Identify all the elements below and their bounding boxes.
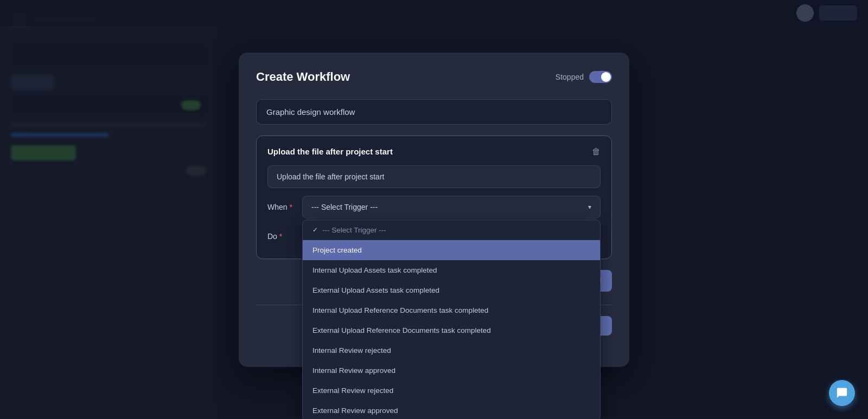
dropdown-item-label: External Upload Assets task completed	[312, 286, 439, 294]
trigger-dropdown: ✓ --- Select Trigger --- Project created…	[302, 220, 601, 420]
dropdown-item-label: --- Select Trigger ---	[322, 226, 386, 234]
status-label: Stopped	[556, 73, 584, 81]
dropdown-item-internal-review-rejected[interactable]: Internal Review rejected	[303, 340, 600, 360]
action-card: Upload the file after project start 🗑 Wh…	[256, 136, 612, 259]
action-card-header: Upload the file after project start 🗑	[267, 147, 601, 157]
dropdown-item-label: Internal Review rejected	[312, 346, 391, 354]
dropdown-item-label: Internal Review approved	[312, 366, 395, 375]
dropdown-item-label: Project created	[312, 246, 362, 254]
when-row: When * --- Select Trigger --- ▾ ✓ --- Se…	[267, 196, 601, 218]
trigger-select-text: --- Select Trigger ---	[311, 203, 378, 211]
dropdown-item-label: Internal Upload Reference Documents task…	[312, 306, 488, 314]
when-label: When *	[267, 203, 295, 211]
dropdown-item-internal-upload-assets[interactable]: Internal Upload Assets task completed	[303, 260, 600, 280]
dropdown-item-internal-review-approved[interactable]: Internal Review approved	[303, 360, 600, 381]
dropdown-item-external-review-rejected[interactable]: External Review rejected	[303, 381, 600, 401]
workflow-name-input[interactable]	[256, 99, 612, 125]
modal-title: Create Workflow	[256, 70, 350, 84]
action-name-input[interactable]	[267, 165, 601, 188]
do-label: Do *	[267, 232, 295, 241]
dropdown-item-external-upload-ref[interactable]: External Upload Reference Documents task…	[303, 320, 600, 340]
delete-action-icon[interactable]: 🗑	[592, 147, 601, 157]
trigger-select[interactable]: --- Select Trigger --- ▾	[302, 196, 601, 218]
status-toggle[interactable]	[589, 71, 612, 83]
check-icon: ✓	[312, 226, 318, 234]
dropdown-item-label: External Upload Reference Documents task…	[312, 326, 491, 334]
dropdown-placeholder-item[interactable]: ✓ --- Select Trigger ---	[303, 220, 600, 240]
chat-bubble-button[interactable]	[829, 380, 855, 406]
dropdown-item-project-created[interactable]: Project created	[303, 240, 600, 260]
action-card-title: Upload the file after project start	[267, 147, 393, 156]
modal-overlay: Create Workflow Stopped Upload the file …	[0, 0, 868, 419]
modal-status: Stopped	[556, 71, 612, 83]
dropdown-item-label: Internal Upload Assets task completed	[312, 266, 437, 274]
dropdown-item-internal-upload-ref[interactable]: Internal Upload Reference Documents task…	[303, 300, 600, 320]
dropdown-item-external-upload-assets[interactable]: External Upload Assets task completed	[303, 280, 600, 300]
create-workflow-modal: Create Workflow Stopped Upload the file …	[239, 53, 629, 367]
dropdown-item-label: External Review rejected	[312, 386, 393, 395]
modal-header: Create Workflow Stopped	[256, 70, 612, 84]
dropdown-item-label: External Review approved	[312, 407, 398, 415]
dropdown-item-external-review-approved[interactable]: External Review approved	[303, 401, 600, 420]
chat-icon	[836, 387, 848, 399]
chevron-down-icon: ▾	[588, 203, 591, 211]
